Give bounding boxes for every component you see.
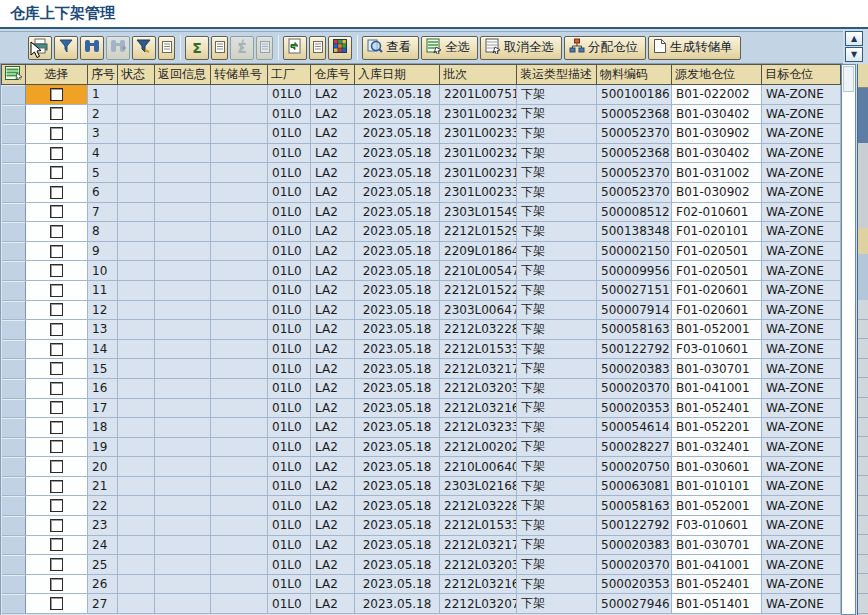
row-selector[interactable] [2, 476, 26, 496]
cell-seq[interactable]: 20 [88, 457, 118, 477]
row-selector[interactable] [2, 261, 26, 281]
cell-seq[interactable]: 21 [88, 476, 118, 496]
cell-seq[interactable]: 1 [88, 85, 118, 105]
find-next-button[interactable] [106, 36, 130, 60]
cell-ship_type[interactable]: 下架 [517, 85, 597, 105]
cell-return_msg[interactable] [155, 104, 211, 124]
cell-inbound_date[interactable]: 2023.05.18 [355, 555, 440, 575]
cell-warehouse[interactable]: LA2 [311, 339, 355, 359]
cell-source_bin[interactable]: F03-010601 [672, 339, 762, 359]
cell-batch[interactable]: 2212L03228 [440, 320, 517, 340]
cell-batch[interactable]: 2212L03207 [440, 594, 517, 614]
cell-batch[interactable]: 2301L00233 [440, 182, 517, 202]
cell-inbound_date[interactable]: 2023.05.18 [355, 104, 440, 124]
cell-transfer_no[interactable] [211, 241, 268, 261]
cell-source_bin[interactable]: B01-030902 [672, 182, 762, 202]
cell-material[interactable]: 500058163 [597, 320, 672, 340]
cell-material[interactable]: 500020353 [597, 398, 672, 418]
cell-plant[interactable]: 01L0 [268, 339, 311, 359]
cell-seq[interactable]: 27 [88, 594, 118, 614]
checkbox-cell[interactable] [26, 339, 88, 359]
checkbox-cell[interactable] [26, 124, 88, 144]
cell-plant[interactable]: 01L0 [268, 496, 311, 516]
cell-batch[interactable]: 2212L03203 [440, 555, 517, 575]
cell-plant[interactable]: 01L0 [268, 241, 311, 261]
column-header-3[interactable]: 返回信息 [155, 65, 211, 85]
cell-plant[interactable]: 01L0 [268, 182, 311, 202]
cell-batch[interactable]: 2212L03203 [440, 378, 517, 398]
cell-seq[interactable]: 17 [88, 398, 118, 418]
cell-status[interactable] [118, 320, 155, 340]
cell-material[interactable]: 500138348 [597, 222, 672, 242]
cell-material[interactable]: 500052368 [597, 143, 672, 163]
cell-material[interactable]: 500020370 [597, 378, 672, 398]
cell-source_bin[interactable]: F01-020601 [672, 280, 762, 300]
cell-source_bin[interactable]: B01-052001 [672, 496, 762, 516]
row-selector[interactable] [2, 574, 26, 594]
cell-return_msg[interactable] [155, 182, 211, 202]
checkbox-cell[interactable] [26, 182, 88, 202]
cell-ship_type[interactable]: 下架 [517, 418, 597, 438]
export-menu-button[interactable] [309, 36, 326, 60]
cell-inbound_date[interactable]: 2023.05.18 [355, 261, 440, 281]
cell-seq[interactable]: 5 [88, 163, 118, 183]
cell-return_msg[interactable] [155, 241, 211, 261]
cell-target_bin[interactable]: WA-ZONE [762, 163, 841, 183]
cell-material[interactable]: 500008512 [597, 202, 672, 222]
cell-seq[interactable]: 9 [88, 241, 118, 261]
view-button[interactable]: 查看 [362, 36, 419, 60]
cell-batch[interactable]: 2301L00232 [440, 104, 517, 124]
cell-material[interactable]: 500100186 [597, 85, 672, 105]
checkbox-cell[interactable] [26, 594, 88, 614]
cell-warehouse[interactable]: LA2 [311, 516, 355, 536]
filter-menu-button[interactable] [158, 36, 175, 60]
cell-material[interactable]: 500020750 [597, 457, 672, 477]
cell-warehouse[interactable]: LA2 [311, 378, 355, 398]
cell-transfer_no[interactable] [211, 222, 268, 242]
cell-transfer_no[interactable] [211, 476, 268, 496]
column-header-9[interactable]: 装运类型描述 [517, 65, 597, 85]
cell-return_msg[interactable] [155, 85, 211, 105]
cell-ship_type[interactable]: 下架 [517, 163, 597, 183]
row-selector[interactable] [2, 320, 26, 340]
cell-status[interactable] [118, 555, 155, 575]
cell-batch[interactable]: 2212L03217 [440, 359, 517, 379]
cell-inbound_date[interactable]: 2023.05.18 [355, 359, 440, 379]
cell-ship_type[interactable]: 下架 [517, 339, 597, 359]
cell-return_msg[interactable] [155, 496, 211, 516]
cell-source_bin[interactable]: B01-052401 [672, 398, 762, 418]
cell-return_msg[interactable] [155, 418, 211, 438]
cell-warehouse[interactable]: LA2 [311, 104, 355, 124]
row-selector[interactable] [2, 516, 26, 536]
cell-status[interactable] [118, 85, 155, 105]
cell-plant[interactable]: 01L0 [268, 359, 311, 379]
cell-batch[interactable]: 2301L00232 [440, 143, 517, 163]
cell-transfer_no[interactable] [211, 496, 268, 516]
cell-warehouse[interactable]: LA2 [311, 398, 355, 418]
cell-transfer_no[interactable] [211, 202, 268, 222]
row-selector[interactable] [2, 104, 26, 124]
cell-ship_type[interactable]: 下架 [517, 457, 597, 477]
cell-transfer_no[interactable] [211, 104, 268, 124]
cell-warehouse[interactable]: LA2 [311, 202, 355, 222]
checkbox-cell[interactable] [26, 476, 88, 496]
cell-plant[interactable]: 01L0 [268, 418, 311, 438]
cell-return_msg[interactable] [155, 124, 211, 144]
cell-material[interactable]: 500122792 [597, 339, 672, 359]
cell-batch[interactable]: 2212L01522 [440, 280, 517, 300]
cell-batch[interactable]: 2210L00547 [440, 261, 517, 281]
cell-return_msg[interactable] [155, 555, 211, 575]
cell-source_bin[interactable]: B01-030601 [672, 457, 762, 477]
row-selector[interactable] [2, 535, 26, 555]
row-checkbox[interactable] [50, 480, 63, 493]
cell-seq[interactable]: 10 [88, 261, 118, 281]
column-header-0[interactable]: 选择 [26, 65, 88, 85]
cell-inbound_date[interactable]: 2023.05.18 [355, 457, 440, 477]
cell-status[interactable] [118, 222, 155, 242]
cell-warehouse[interactable]: LA2 [311, 300, 355, 320]
cell-batch[interactable]: 2212L03217 [440, 535, 517, 555]
cell-warehouse[interactable]: LA2 [311, 163, 355, 183]
cell-source_bin[interactable]: B01-030701 [672, 535, 762, 555]
column-header-6[interactable]: 仓库号 [311, 65, 355, 85]
row-checkbox[interactable] [50, 343, 63, 356]
